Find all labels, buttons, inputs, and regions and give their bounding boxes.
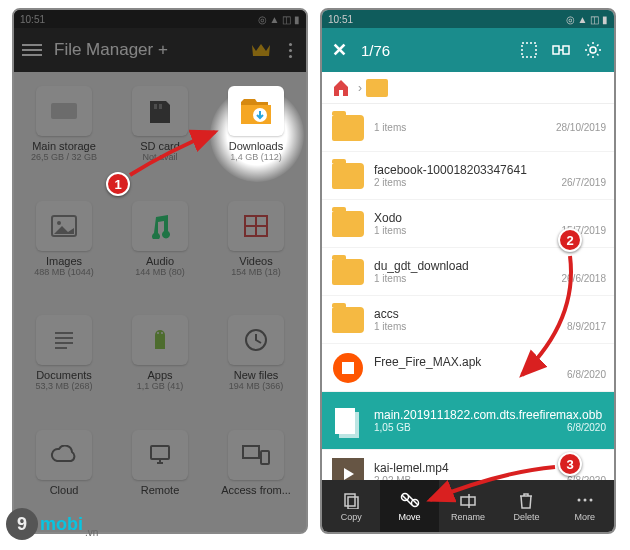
close-icon[interactable]: ✕	[332, 39, 347, 61]
marker-3: 3	[558, 452, 582, 476]
action-bar: Copy Move Rename Delete More	[322, 480, 614, 532]
svg-rect-22	[553, 46, 559, 54]
folder-icon	[332, 211, 364, 237]
cell-main-storage[interactable]: Main storage26,5 GB / 32 GB	[18, 80, 110, 191]
select-range-icon[interactable]	[550, 39, 572, 61]
svg-rect-2	[159, 104, 162, 109]
cell-videos[interactable]: Videos154 MB (18)	[210, 195, 302, 306]
svg-rect-16	[151, 446, 169, 459]
action-delete[interactable]: Delete	[497, 480, 555, 532]
cell-downloads[interactable]: Downloads1,4 GB (112)	[210, 80, 302, 191]
rename-icon	[458, 490, 478, 510]
svg-point-5	[57, 221, 61, 225]
list-item[interactable]: accs1 items8/9/2017	[322, 296, 614, 344]
more-icon[interactable]	[282, 43, 298, 58]
file-list: 1 items28/10/2019 facebook-1000182033476…	[322, 104, 614, 480]
svg-rect-29	[339, 412, 359, 438]
action-move[interactable]: Move	[380, 480, 438, 532]
move-icon	[400, 490, 420, 510]
list-item[interactable]: du_gdt_download1 items26/6/2018	[322, 248, 614, 296]
appbar-left: File Manager +	[14, 28, 306, 72]
action-rename[interactable]: Rename	[439, 480, 497, 532]
cell-access-from[interactable]: Access from...	[210, 424, 302, 525]
svg-rect-1	[154, 104, 157, 109]
more-horizontal-icon	[575, 490, 595, 510]
video-thumb-icon	[332, 458, 364, 481]
marker-2: 2	[558, 228, 582, 252]
svg-point-14	[161, 332, 163, 334]
list-item-selected[interactable]: main.2019111822.com.dts.freefiremax.obb1…	[322, 392, 614, 450]
app-title: File Manager +	[54, 40, 168, 60]
marker-1: 1	[106, 172, 130, 196]
svg-rect-19	[243, 446, 259, 458]
status-time: 10:51	[328, 14, 353, 25]
breadcrumb[interactable]: ›	[322, 72, 614, 104]
cell-images[interactable]: Images488 MB (1044)	[18, 195, 110, 306]
folder-icon	[332, 259, 364, 285]
appbar-right: ✕ 1/76	[322, 28, 614, 72]
svg-point-25	[590, 47, 596, 53]
svg-point-13	[157, 332, 159, 334]
action-more[interactable]: More	[556, 480, 614, 532]
cell-new-files[interactable]: New files194 MB (366)	[210, 309, 302, 420]
svg-rect-26	[339, 90, 343, 96]
crown-icon[interactable]	[248, 40, 274, 60]
select-all-icon[interactable]	[518, 39, 540, 61]
copy-icon	[341, 490, 361, 510]
cell-remote[interactable]: Remote	[114, 424, 206, 525]
file-icon	[331, 404, 365, 438]
svg-rect-32	[345, 494, 355, 506]
svg-point-42	[589, 499, 592, 502]
breadcrumb-folder-icon[interactable]	[366, 79, 388, 97]
svg-rect-33	[348, 497, 358, 509]
svg-rect-0	[51, 103, 77, 119]
status-bar: 10:51 ◎ ▲ ◫ ▮	[14, 10, 306, 28]
svg-rect-21	[522, 43, 536, 57]
folder-icon	[332, 115, 364, 141]
svg-rect-38	[461, 497, 475, 505]
chevron-right-icon: ›	[358, 81, 362, 95]
home-icon[interactable]	[330, 76, 354, 100]
cell-audio[interactable]: Audio144 MB (80)	[114, 195, 206, 306]
list-item[interactable]: facebook-1000182033476412 items26/7/2019	[322, 152, 614, 200]
svg-rect-20	[261, 451, 269, 464]
category-grid: Main storage26,5 GB / 32 GB SD cardNot a…	[14, 72, 306, 532]
gear-icon[interactable]	[582, 39, 604, 61]
phone-left: 10:51 ◎ ▲ ◫ ▮ File Manager + Main storag…	[12, 8, 308, 534]
status-time: 10:51	[20, 14, 45, 25]
cell-documents[interactable]: Documents53,3 MB (268)	[18, 309, 110, 420]
selection-count: 1/76	[361, 42, 390, 59]
status-icons: ◎ ▲ ◫ ▮	[258, 14, 300, 25]
svg-rect-23	[563, 46, 569, 54]
hamburger-icon[interactable]	[22, 44, 42, 56]
status-icons: ◎ ▲ ◫ ▮	[566, 14, 608, 25]
svg-point-41	[583, 499, 586, 502]
apk-icon	[332, 352, 364, 384]
cell-sd-card[interactable]: SD cardNot avail	[114, 80, 206, 191]
list-item[interactable]: 1 items28/10/2019	[322, 104, 614, 152]
action-copy[interactable]: Copy	[322, 480, 380, 532]
delete-icon	[516, 490, 536, 510]
folder-icon	[332, 307, 364, 333]
list-item[interactable]: Free_Fire_MAX.apk6/8/2020	[322, 344, 614, 392]
cell-apps[interactable]: Apps1,1 GB (41)	[114, 309, 206, 420]
watermark: 9 mobi .vn	[6, 508, 98, 540]
svg-point-40	[577, 499, 580, 502]
folder-icon	[332, 163, 364, 189]
status-bar: 10:51 ◎ ▲ ◫ ▮	[322, 10, 614, 28]
